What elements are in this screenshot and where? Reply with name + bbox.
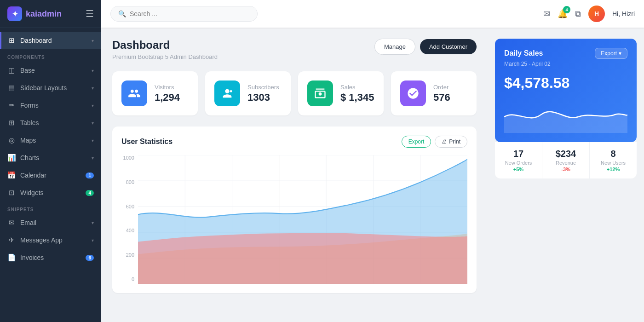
sidebar-item-email[interactable]: ✉ Email ▾ [0,214,101,231]
bottom-stats: 17 New Orders +5% $234 Revenue -3% 8 New… [495,142,637,178]
mail-icon-button[interactable]: ✉ [543,9,550,19]
sidebar: ✦ kaiadmin ☰ ⊞ Dashboard ▾ COMPONENTS ◫ … [0,0,101,322]
email-icon: ✉ [7,218,16,227]
chevron-down-icon: ▾ [92,86,94,91]
greeting-text: Hi, Hizri [612,10,635,17]
daily-amount: $4,578.58 [504,75,627,92]
hamburger-button[interactable]: ☰ [86,8,94,19]
stat-info: Sales $ 1,345 [340,84,374,104]
export-button[interactable]: Export [402,136,431,148]
sidebar-item-label: Charts [20,154,87,161]
widgets-badge: 4 [86,190,94,196]
area-chart: 1000 800 600 400 200 0 [121,155,467,284]
stat-card-order: Order 576 [391,71,477,115]
chevron-down-icon: ▾ [92,155,94,161]
search-icon: 🔍 [118,10,126,17]
stat-label: Order [433,84,450,91]
sidebar-item-tables[interactable]: ⊞ Tables ▾ [0,114,101,132]
stat-label-0: New Orders [502,160,535,166]
order-icon [400,80,426,106]
stat-label-2: New Users [597,160,629,166]
sidebar-item-maps[interactable]: ◎ Maps ▾ [0,132,101,149]
logo-text: kaiadmin [26,9,62,19]
sidebar-item-charts[interactable]: 📊 Charts ▾ [0,149,101,167]
sidebar-item-calendar[interactable]: 📅 Calendar 1 [0,167,101,184]
stat-label: Sales [340,84,374,91]
sidebar-item-forms[interactable]: ✏ Forms ▾ [0,97,101,114]
invoices-badge: 6 [86,255,94,261]
calendar-icon: 📅 [7,171,16,179]
stat-card-visitors: Visitors 1,294 [112,71,198,115]
stat-value-1: $234 [550,149,582,159]
stat-change-0: +5% [502,167,535,172]
components-section-label: COMPONENTS [0,49,101,62]
chart-svg [138,155,467,284]
sidebar-item-label: Email [20,219,87,226]
sidebar-item-widgets[interactable]: ⊡ Widgets 4 [0,184,101,201]
sidebar-navigation: ⊞ Dashboard ▾ COMPONENTS ◫ Base ▾ ▤ Side… [0,28,101,270]
add-customer-button[interactable]: Add Customer [420,39,477,54]
page-title: Dashboard [112,39,218,52]
sidebar-item-label: Sidebar Layouts [20,84,87,92]
daily-sales-title: Daily Sales [504,49,543,58]
page-header: Dashboard Premium Bootstrap 5 Admin Dash… [112,39,477,60]
chevron-down-icon: ▾ [92,103,94,108]
logo-icon: ✦ [7,6,22,21]
chevron-down-icon: ▾ [619,50,621,57]
chart-actions: Export 🖨 Print [402,136,467,148]
header-right: ✉ 🔔 4 ⧉ H Hi, Hizri [543,6,635,22]
chart-area [138,155,467,284]
stat-change-2: +12% [597,167,629,172]
charts-icon: 📊 [7,154,16,162]
manage-button[interactable]: Manage [374,39,415,55]
avatar[interactable]: H [588,6,605,22]
notification-badge: 4 [563,6,570,13]
y-axis: 1000 800 600 400 200 0 [121,155,138,284]
tables-icon: ⊞ [7,119,16,127]
snippets-section-label: SNIPPETS [0,201,101,214]
messages-icon: ✈ [7,236,16,244]
sidebar-item-invoices[interactable]: 📄 Invoices 6 [0,249,101,266]
bottom-stat-1: $234 Revenue -3% [542,142,590,178]
print-button[interactable]: 🖨 Print [435,136,467,148]
stat-change-1: -3% [550,167,582,172]
stat-value: 1303 [247,92,279,104]
chevron-down-icon: ▾ [92,238,94,243]
page-title-block: Dashboard Premium Bootstrap 5 Admin Dash… [112,39,218,60]
chart-title: User Statistics [121,138,172,146]
chevron-down-icon: ▾ [92,68,94,73]
sales-icon [307,80,333,106]
search-input[interactable] [130,10,250,17]
daily-sales-export-button[interactable]: Export ▾ [595,48,627,59]
stat-value: 1,294 [155,92,180,104]
main-content: 🔍 ✉ 🔔 4 ⧉ H Hi, Hizri Dashboard Premium … [101,0,644,322]
stat-value-2: 8 [597,149,629,159]
daily-sales-header: Daily Sales Export ▾ [504,48,627,59]
stat-info: Subscribers 1303 [247,84,279,104]
layers-icon-button[interactable]: ⧉ [575,9,581,19]
sidebar-item-messages-app[interactable]: ✈ Messages App ▾ [0,231,101,249]
stat-value: 576 [433,92,450,104]
visitors-icon [121,80,147,106]
sidebar-item-sidebar-layouts[interactable]: ▤ Sidebar Layouts ▾ [0,79,101,97]
sidebar-item-dashboard[interactable]: ⊞ Dashboard ▾ [0,32,101,49]
stat-value-0: 17 [502,149,535,159]
dashboard-icon: ⊞ [7,36,16,45]
sidebar-item-label: Messages App [20,236,87,244]
bottom-stat-2: 8 New Users +12% [590,142,637,178]
sidebar-item-label: Calendar [20,172,81,179]
sidebar-item-label: Widgets [20,189,81,196]
notifications-icon-button[interactable]: 🔔 4 [558,9,568,19]
sidebar-logo: ✦ kaiadmin ☰ [0,0,101,28]
sidebar-item-label: Tables [20,119,87,126]
content: Dashboard Premium Bootstrap 5 Admin Dash… [101,28,644,322]
daily-sales-card: Daily Sales Export ▾ March 25 - April 02… [495,39,637,142]
printer-icon: 🖨 [442,138,447,145]
stat-info: Order 576 [433,84,450,104]
header: 🔍 ✉ 🔔 4 ⧉ H Hi, Hizri [101,0,644,28]
sidebar-item-label: Invoices [20,254,81,261]
sidebar-item-base[interactable]: ◫ Base ▾ [0,62,101,79]
daily-sales-wrapper: Daily Sales Export ▾ March 25 - April 02… [495,39,637,178]
stat-label: Subscribers [247,84,279,91]
right-sidebar: Daily Sales Export ▾ March 25 - April 02… [488,28,644,322]
